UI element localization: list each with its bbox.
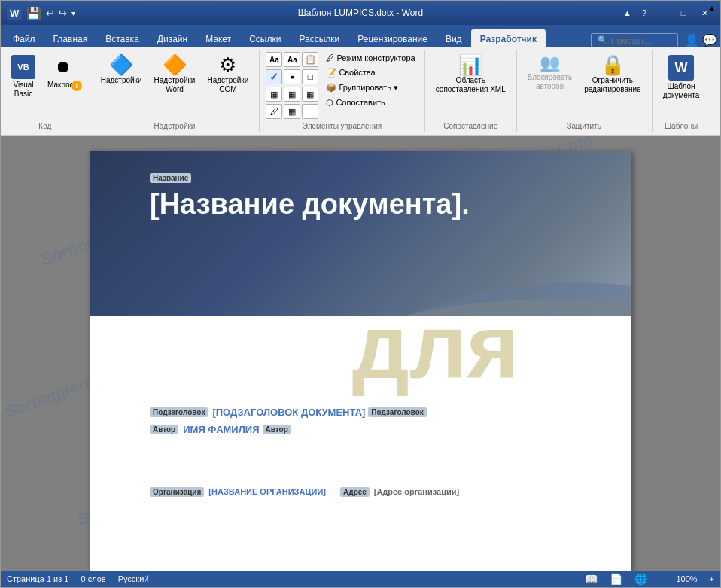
addins-com-button[interactable]: ⚙ НадстройкиCOM: [202, 52, 253, 97]
zoom-level: 100%: [676, 574, 697, 583]
template-doc-button[interactable]: W Шаблондокумента: [659, 52, 704, 103]
block-authors-label: Блокироватьавторов: [528, 73, 572, 91]
mapping-group-label: Сопоставление: [443, 122, 497, 130]
big-letter-text: для: [352, 296, 519, 397]
redo-button[interactable]: ↪: [59, 8, 67, 19]
page-count: Страница 1 из 1: [7, 574, 68, 583]
tab-review[interactable]: Рецензирование: [348, 29, 437, 47]
help-search-input[interactable]: [611, 36, 671, 45]
doc-big-letter: для: [90, 301, 631, 391]
xml-area-button[interactable]: 📊 Областьсопоставления XML: [431, 52, 510, 97]
ctrl-clipboard-button[interactable]: 📋: [302, 52, 318, 67]
customize-qa-button[interactable]: ▾: [71, 9, 75, 17]
ribbon-tab-bar: Файл Главная Вставка Дизайн Макет Ссылки…: [1, 25, 720, 47]
addins-word-icon: 🔶: [163, 55, 187, 75]
addins-word-button[interactable]: 🔶 НадстройкиWord: [150, 52, 200, 97]
tab-home[interactable]: Главная: [44, 29, 97, 47]
ctrl-grid2-button[interactable]: ▦: [284, 87, 300, 102]
ctrl-square1-button[interactable]: ▪: [284, 69, 300, 84]
ribbon-body: VB VisualBasic ⏺ Макросы ! Код 🔷: [1, 47, 720, 136]
undo-button[interactable]: ↩: [46, 8, 54, 19]
code-group-label: Код: [38, 122, 51, 130]
org-text[interactable]: [НАЗВАНИЕ ОРГАНИЗАЦИИ]: [208, 487, 326, 496]
doc-body: Подзаголовок [ПОДЗАГОЛОВОК ДОКУМЕНТА] По…: [90, 391, 631, 518]
tab-mailing[interactable]: Рассылки: [290, 29, 348, 47]
ribbon-group-controls: Aa Aa 📋 ✓ ▪ □ ▦ ▦ ▦ 🖊: [260, 50, 424, 132]
ctrl-grid4-button[interactable]: ▦: [284, 104, 300, 119]
addins-group-label: Надстройки: [154, 122, 196, 130]
restrict-edit-label: Ограничитьредактирование: [584, 76, 641, 94]
controls-group-label: Элементы управления: [303, 122, 382, 130]
content-area: Sortingperepair.Com Sortingperepair.Com …: [1, 136, 720, 571]
ribbon-group-mapping: 📊 Областьсопоставления XML Сопоставление: [425, 50, 517, 132]
author-text[interactable]: ИМЯ ФАМИЛИЯ: [183, 424, 259, 435]
addr-text[interactable]: [Адрес организации]: [374, 487, 459, 496]
help-button[interactable]: ?: [637, 7, 651, 19]
restrict-edit-button[interactable]: 🔒 Ограничитьредактирование: [580, 52, 646, 97]
protect-group-label: Защитить: [567, 122, 601, 130]
addins-word-label: НадстройкиWord: [154, 76, 196, 94]
tab-view[interactable]: Вид: [437, 29, 471, 47]
view-read-button[interactable]: 📖: [585, 573, 598, 585]
macros-icon: ⏺: [51, 55, 75, 79]
view-web-button[interactable]: 🌐: [634, 573, 647, 585]
user-icon[interactable]: 👤: [684, 33, 699, 47]
ctrl-grid3-button[interactable]: ▦: [302, 87, 318, 102]
addins-com-label: НадстройкиCOM: [207, 76, 248, 94]
ribbon-group-templates: W Шаблондокумента Шаблоны: [653, 50, 710, 132]
doc-header: Название [Название документа].: [90, 151, 631, 316]
ribbon-collapse-button[interactable]: ▲: [619, 7, 636, 19]
ctrl-checkbox-button[interactable]: ✓: [266, 69, 282, 84]
save-button[interactable]: 💾: [26, 6, 41, 20]
zoom-in-button[interactable]: +: [710, 574, 714, 583]
ctrl-pen-button[interactable]: 🖊: [266, 104, 282, 119]
props-button[interactable]: 📝 Свойства: [323, 66, 418, 79]
tab-insert[interactable]: Вставка: [96, 29, 148, 47]
group-button[interactable]: 📦 Группировать ▾: [323, 81, 418, 94]
visual-basic-icon: VB: [11, 55, 35, 79]
ctrl-aa2-button[interactable]: Aa: [284, 52, 300, 67]
window-title: Шаблон LUMPICS.dotx - Word: [298, 8, 423, 18]
templates-group-label: Шаблоны: [665, 122, 698, 130]
language: Русский: [118, 574, 149, 583]
tab-layout[interactable]: Макет: [196, 29, 240, 47]
design-mode-button[interactable]: 🖊 Режим конструктора: [323, 52, 418, 64]
tab-file[interactable]: Файл: [4, 29, 44, 47]
comments-icon[interactable]: 💬: [702, 33, 717, 47]
subtitle-text[interactable]: [ПОДЗАГОЛОВОК ДОКУМЕНТА]: [212, 407, 365, 418]
visual-basic-button[interactable]: VB VisualBasic: [7, 52, 40, 102]
block-authors-button[interactable]: 👥 Блокироватьавторов: [523, 52, 576, 94]
view-print-button[interactable]: 📄: [610, 573, 622, 585]
subtitle-field-label2: Подзаголовок: [368, 407, 426, 417]
ribbon-group-protect: 👥 Блокироватьавторов 🔒 Ограничитьредакти…: [517, 50, 653, 132]
ctrl-square2-button[interactable]: □: [302, 69, 318, 84]
tab-design[interactable]: Дизайн: [148, 29, 196, 47]
doc-title-area: Название [Название документа].: [150, 173, 594, 221]
template-doc-icon: W: [668, 55, 694, 81]
xml-map-button[interactable]: ⬡ Сопоставить: [323, 96, 418, 109]
ribbon-group-code: VB VisualBasic ⏺ Макросы ! Код: [1, 50, 90, 132]
addins-icon: 🔷: [109, 55, 133, 75]
ctrl-grid1-button[interactable]: ▦: [266, 87, 282, 102]
tab-refs[interactable]: Ссылки: [240, 29, 290, 47]
status-bar: Страница 1 из 1 0 слов Русский 📖 📄 🌐 – 1…: [1, 571, 720, 587]
org-addr-row: Организация [НАЗВАНИЕ ОРГАНИЗАЦИИ] | Адр…: [150, 486, 571, 497]
tab-developer[interactable]: Разработчик: [471, 29, 546, 47]
ctrl-more-button[interactable]: ⋯: [302, 104, 318, 119]
title-bar: W 💾 ↩ ↪ ▾ Шаблон LUMPICS.dotx - Word ▲ ?…: [1, 1, 720, 25]
author-field-label1: Автор: [150, 425, 178, 434]
word-app-icon: W: [7, 7, 22, 20]
ctrl-aa1-button[interactable]: Aa: [266, 52, 282, 67]
subtitle-field-label1: Подзаголовок: [150, 407, 208, 417]
doc-title-text[interactable]: [Название документа].: [150, 189, 594, 221]
restrict-edit-icon: 🔒: [601, 55, 625, 75]
ribbon-collapse-arrow[interactable]: ▲: [707, 3, 716, 14]
maximize-button[interactable]: □: [674, 5, 693, 20]
document-page: Название [Название документа]. для: [90, 151, 631, 571]
zoom-out-button[interactable]: –: [659, 574, 664, 583]
minimize-button[interactable]: –: [653, 5, 672, 20]
addins-label: Надстройки: [101, 76, 142, 85]
help-input-box[interactable]: 🔍: [591, 33, 678, 47]
addins-button[interactable]: 🔷 Надстройки: [96, 52, 147, 88]
org-field-label: Организация: [150, 487, 204, 497]
